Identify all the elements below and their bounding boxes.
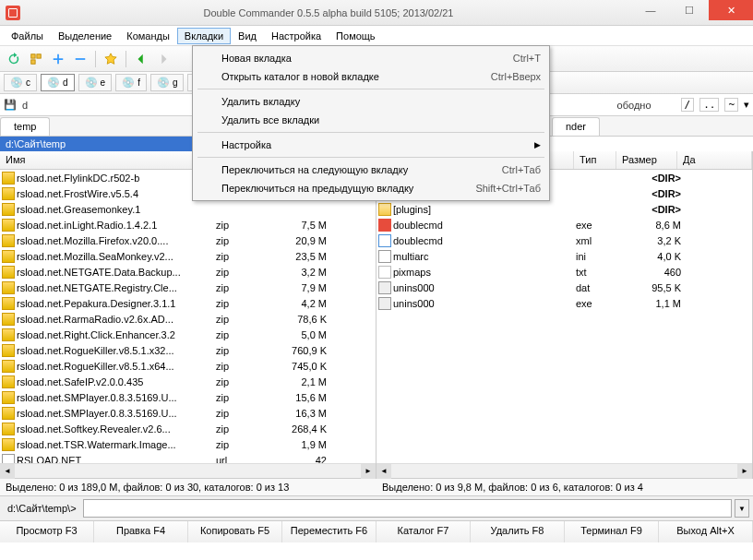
file-size: 460: [618, 267, 692, 278]
list-item[interactable]: rsload.net.Mozilla.Firefox.v20.0....zip2…: [0, 232, 376, 248]
file-icon: [378, 219, 391, 232]
menu-Помощь[interactable]: Помощь: [329, 28, 383, 44]
scroll-right-icon[interactable]: ►: [737, 464, 752, 479]
file-icon: [2, 250, 15, 263]
fkey[interactable]: Правка F4: [94, 521, 188, 542]
star-button[interactable]: [101, 49, 121, 69]
list-item[interactable]: rsload.net.RogueKiller.v8.5.1.x32...zip7…: [0, 342, 376, 358]
fkey[interactable]: Переместить F6: [282, 521, 376, 542]
dropdown-icon[interactable]: ▾: [744, 99, 749, 111]
fkey[interactable]: Просмотр F3: [0, 521, 94, 542]
scroll-left-icon[interactable]: ◄: [376, 464, 391, 479]
left-hscroll[interactable]: ◄ ►: [0, 463, 376, 478]
fkey[interactable]: Терминал F9: [565, 521, 659, 542]
drive-d[interactable]: 💿 d: [41, 74, 75, 91]
list-item[interactable]: rsload.net.SafeIP.v2.0.0.435zip2,1 M: [0, 374, 376, 389]
menu-item[interactable]: Настройка▶: [196, 136, 546, 154]
list-item[interactable]: rsload.net.Right.Click.Enhancer.3.2zip5,…: [0, 327, 376, 342]
scroll-right-icon[interactable]: ►: [361, 464, 376, 479]
list-item[interactable]: rsload.net.Softkey.Revealer.v2.6...zip26…: [0, 421, 376, 436]
fkey[interactable]: Каталог F7: [376, 521, 471, 542]
file-ext: zip: [216, 361, 268, 372]
drive-g[interactable]: 💿 g: [150, 74, 185, 91]
right-files[interactable]: [language]<DIR>[pixmaps]<DIR>[plugins]<D…: [376, 170, 752, 463]
menu-item[interactable]: Удалить вкладку: [196, 92, 546, 111]
menu-Файлы[interactable]: Файлы: [4, 28, 51, 44]
file-name: [plugins]: [393, 204, 576, 215]
list-item[interactable]: rsload.net.RogueKiller.v8.5.1.x64...zip7…: [0, 358, 376, 374]
col-name[interactable]: Имя: [0, 151, 214, 169]
list-item[interactable]: doublecmdexe8,6 M: [376, 217, 752, 232]
fkey[interactable]: Удалить F8: [471, 521, 565, 542]
list-item[interactable]: rsload.net.NETGATE.Registry.Cle...zip7,9…: [0, 280, 376, 295]
file-name: doublecmd: [393, 235, 576, 246]
drive-c[interactable]: 💿 c: [4, 74, 37, 91]
right-hscroll[interactable]: ◄ ►: [376, 463, 752, 478]
file-name: rsload.net.Right.Click.Enhancer.3.2: [17, 329, 216, 340]
menu-label: Открыть каталог в новой вкладке: [221, 71, 491, 82]
list-item[interactable]: [plugins]<DIR>: [376, 201, 752, 217]
cmd-path: d:\Сайт\temp\>: [4, 501, 80, 516]
col-date[interactable]: Да: [677, 151, 752, 169]
back-button[interactable]: [131, 49, 151, 69]
menu-Вид[interactable]: Вид: [231, 28, 264, 44]
menu-item[interactable]: Новая вкладкаCtrl+T: [196, 49, 546, 67]
minimize-button[interactable]: —: [631, 0, 670, 20]
forward-button[interactable]: [153, 49, 173, 69]
menu-Настройка[interactable]: Настройка: [264, 28, 329, 44]
selection-info: Выделено: 0 из 189,0 M, файлов: 0 из 30,…: [0, 478, 753, 495]
add-button[interactable]: [48, 49, 68, 69]
menu-separator: [197, 89, 544, 89]
file-size: 95,5 K: [618, 282, 692, 293]
window-title: Double Commander 0.5.5 alpha build 5105;…: [26, 7, 631, 18]
list-item[interactable]: rsload.net.TSR.Watermark.Image...zip1,9 …: [0, 436, 376, 452]
drive-e[interactable]: 💿 e: [78, 74, 113, 91]
menu-Выделение[interactable]: Выделение: [51, 28, 119, 44]
cmd-history-icon[interactable]: ▼: [735, 499, 749, 518]
function-keys: Просмотр F3Правка F4Копировать F5Перемес…: [0, 520, 753, 542]
list-item[interactable]: unins000dat95,5 K: [376, 280, 752, 295]
file-ext: zip: [216, 439, 268, 450]
file-ext: zip: [216, 345, 268, 356]
list-item[interactable]: RSLOAD.NETurl42: [0, 452, 376, 463]
list-item[interactable]: rsload.net.Pepakura.Designer.3.1.1zip4,2…: [0, 295, 376, 311]
list-item[interactable]: unins000exe1,1 M: [376, 295, 752, 311]
scroll-left-icon[interactable]: ◄: [0, 464, 15, 479]
drive-f[interactable]: 💿 f: [115, 74, 147, 91]
menu-item[interactable]: Переключиться на следующую вкладкуCtrl+Т…: [196, 161, 546, 179]
list-item[interactable]: rsload.net.SMPlayer.0.8.3.5169.U...zip16…: [0, 405, 376, 421]
close-button[interactable]: ✕: [709, 0, 753, 20]
left-tab[interactable]: temp: [0, 117, 50, 136]
file-ext: zip: [216, 376, 268, 387]
menu-item[interactable]: Открыть каталог в новой вкладкеCtrl+Ввер…: [196, 67, 546, 86]
fkey[interactable]: Выход Alt+X: [659, 521, 753, 542]
home-button[interactable]: ~: [724, 98, 738, 112]
menu-item[interactable]: Переключиться на предыдущую вкладкуShift…: [196, 179, 546, 197]
root-button[interactable]: /: [681, 98, 695, 112]
list-item[interactable]: rsload.net.RarmaRadio.v2.6x.AD...zip78,6…: [0, 311, 376, 327]
list-item[interactable]: pixmapstxt460: [376, 264, 752, 280]
menu-item[interactable]: Удалить все вкладки: [196, 111, 546, 129]
up-button[interactable]: ..: [699, 98, 719, 112]
fkey[interactable]: Копировать F5: [188, 521, 282, 542]
menu-Команды[interactable]: Команды: [119, 28, 177, 44]
col-ext[interactable]: Тип: [574, 151, 616, 169]
col-size[interactable]: Размер: [616, 151, 677, 169]
cmd-input[interactable]: [83, 499, 732, 518]
list-item[interactable]: doublecmdxml3,2 K: [376, 232, 752, 248]
file-icon: [2, 391, 15, 404]
left-files[interactable]: rsload.net.FlylinkDC.r502-brsload.net.Fr…: [0, 170, 376, 463]
list-item[interactable]: rsload.net.NETGATE.Data.Backup...zip3,2 …: [0, 264, 376, 280]
list-item[interactable]: multiarcini4,0 K: [376, 248, 752, 264]
list-item[interactable]: rsload.net.Greasemonkey.1: [0, 201, 376, 217]
remove-button[interactable]: [70, 49, 90, 69]
list-item[interactable]: rsload.net.inLight.Radio.1.4.2.1zip7,5 M: [0, 217, 376, 232]
maximize-button[interactable]: ☐: [670, 0, 709, 20]
refresh-button[interactable]: [4, 49, 24, 69]
right-tab[interactable]: nder: [552, 117, 600, 136]
list-item[interactable]: rsload.net.SMPlayer.0.8.3.5169.U...zip15…: [0, 389, 376, 405]
menu-Вкладки[interactable]: Вкладки: [177, 28, 231, 44]
list-item[interactable]: rsload.net.Mozilla.SeaMonkey.v2...zip23,…: [0, 248, 376, 264]
briefview-button[interactable]: [26, 49, 46, 69]
file-name: rsload.net.NETGATE.Data.Backup...: [17, 267, 216, 278]
